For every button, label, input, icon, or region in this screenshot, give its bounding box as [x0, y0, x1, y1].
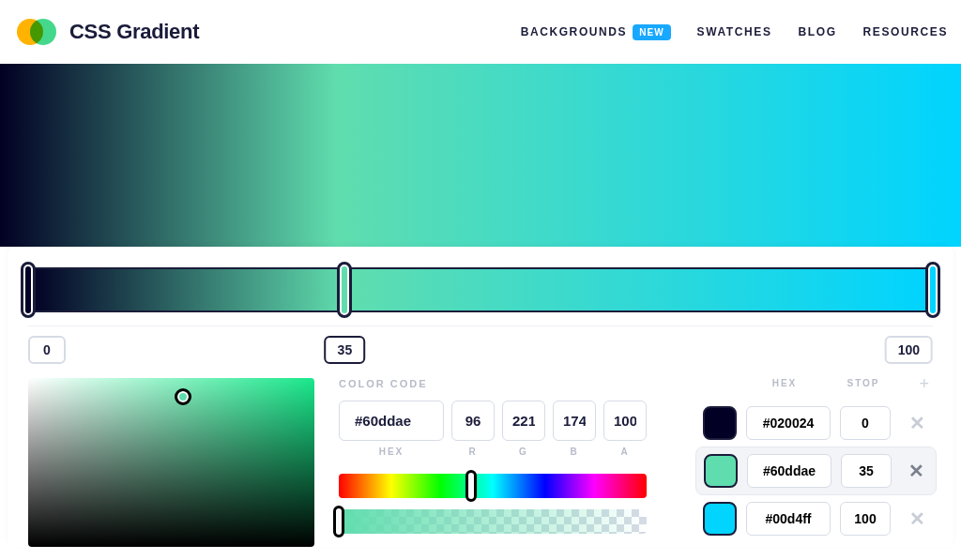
stop-position-input[interactable]: 100	[885, 336, 933, 364]
stops-list: HEX STOP + ✕✕✕	[695, 378, 937, 547]
hue-handle[interactable]	[465, 470, 477, 502]
stops-header-hex: HEX	[742, 378, 827, 388]
stop-swatch[interactable]	[704, 454, 738, 488]
stop-row[interactable]: ✕	[695, 400, 937, 446]
remove-stop-icon[interactable]: ✕	[901, 454, 932, 488]
remove-stop-icon[interactable]: ✕	[902, 406, 933, 440]
badge-new: NEW	[633, 24, 670, 40]
stop-swatch[interactable]	[703, 502, 737, 536]
gradient-slider[interactable]	[28, 267, 933, 312]
slider-handle[interactable]	[925, 262, 940, 318]
b-label: B	[553, 446, 596, 457]
brand-title: CSS Gradient	[69, 20, 199, 44]
editor-panel: 035100 COLOR CODE HEX R G B A	[8, 247, 953, 547]
hex-label: HEX	[339, 446, 444, 457]
g-input[interactable]	[502, 401, 545, 441]
alpha-slider[interactable]	[339, 509, 647, 534]
stop-pos-input[interactable]	[840, 502, 891, 536]
nav-blog[interactable]: BLOG	[799, 25, 837, 38]
r-label: R	[451, 446, 495, 457]
stop-position-input[interactable]: 35	[325, 336, 366, 364]
stop-pos-input[interactable]	[840, 406, 891, 440]
nav-backgrounds-label: BACKGROUNDS	[521, 25, 628, 38]
add-stop-icon[interactable]: +	[919, 379, 933, 388]
primary-nav: BACKGROUNDS NEW SWATCHES BLOG RESOURCES	[521, 24, 948, 40]
color-code-section: COLOR CODE HEX R G B A	[339, 378, 647, 547]
slider-handle[interactable]	[21, 262, 36, 318]
stop-row[interactable]: ✕	[695, 446, 937, 495]
hex-input[interactable]	[339, 401, 444, 441]
stop-swatch[interactable]	[703, 406, 737, 440]
stop-position-row: 035100	[28, 325, 933, 361]
stop-hex-input[interactable]	[746, 502, 831, 536]
satval-handle[interactable]	[175, 388, 191, 405]
stops-header-stop: STOP	[836, 378, 891, 388]
satval-area[interactable]	[28, 378, 314, 547]
color-picker	[28, 378, 314, 547]
alpha-handle[interactable]	[333, 506, 344, 537]
slider-handle[interactable]	[337, 262, 352, 318]
logo-icon	[17, 19, 56, 45]
remove-stop-icon[interactable]: ✕	[902, 502, 933, 536]
nav-swatches[interactable]: SWATCHES	[697, 25, 772, 38]
stop-position-input[interactable]: 0	[28, 336, 66, 364]
stop-hex-input[interactable]	[746, 406, 831, 440]
b-input[interactable]	[553, 401, 596, 441]
stops-header: HEX STOP +	[695, 378, 937, 388]
hue-slider[interactable]	[339, 474, 647, 498]
stop-pos-input[interactable]	[841, 454, 892, 488]
g-label: G	[502, 446, 545, 457]
site-header: CSS Gradient BACKGROUNDS NEW SWATCHES BL…	[0, 0, 961, 64]
r-input[interactable]	[451, 401, 495, 441]
color-code-heading: COLOR CODE	[339, 378, 647, 389]
editor-lower: COLOR CODE HEX R G B A	[28, 378, 933, 547]
slider-track	[28, 267, 933, 312]
a-label: A	[603, 446, 647, 457]
nav-resources[interactable]: RESOURCES	[863, 25, 948, 38]
a-input[interactable]	[603, 401, 647, 441]
stop-hex-input[interactable]	[747, 454, 831, 488]
nav-backgrounds[interactable]: BACKGROUNDS NEW	[521, 24, 671, 40]
stop-row[interactable]: ✕	[695, 495, 937, 542]
gradient-preview	[0, 64, 961, 247]
